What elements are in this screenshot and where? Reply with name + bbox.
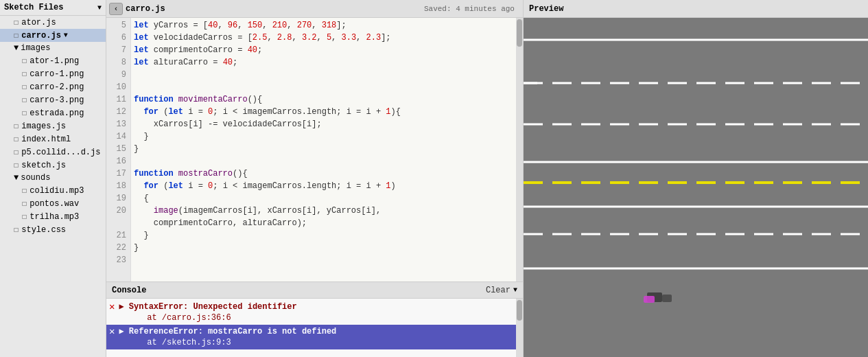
console-title: Console — [112, 286, 146, 295]
active-indicator: ▼ — [64, 32, 68, 39]
editor-back-button[interactable]: ‹ — [109, 3, 123, 15]
sidebar-item-ator1-png[interactable]: ☐ ator-1.png — [0, 54, 106, 67]
sidebar-item-style-css[interactable]: ☐ style.css — [0, 223, 106, 236]
console-scroll-thumb[interactable] — [517, 300, 522, 321]
sidebar-item-label: carro-1.png — [30, 69, 84, 79]
editor-scrollbar[interactable] — [516, 18, 523, 281]
sidebar-item-label: sketch.js — [21, 161, 66, 170]
console-content: ✕ ▶ SyntaxError: Unexpected identifier a… — [106, 299, 523, 357]
file-icon: ☐ — [14, 147, 19, 157]
file-icon: ☐ — [22, 198, 27, 209]
svg-rect-12 — [644, 296, 655, 303]
console-messages: ✕ ▶ SyntaxError: Unexpected identifier a… — [106, 299, 516, 357]
sidebar-item-label: pontos.wav — [30, 199, 79, 209]
file-icon: ☐ — [14, 160, 19, 170]
file-icon: ☐ — [22, 95, 27, 105]
road-preview — [524, 18, 868, 357]
console-error-1: ✕ ▶ SyntaxError: Unexpected identifier a… — [106, 300, 516, 325]
file-icon: ☐ — [22, 185, 27, 196]
folder-toggle-icon: ▼ — [14, 173, 19, 183]
sidebar-item-trilha-mp3[interactable]: ☐ trilha.mp3 — [0, 210, 106, 223]
sidebar-item-sounds-folder[interactable]: ▼ sounds — [0, 172, 106, 184]
preview-canvas — [524, 18, 868, 357]
sidebar-item-label: index.html — [21, 135, 71, 144]
sidebar-item-label: estrada.png — [30, 108, 84, 118]
file-icon: ☐ — [14, 121, 19, 131]
console-error-msg-2: ▶ ReferenceError: mostraCarro is not def… — [119, 326, 513, 348]
file-icon: ☐ — [14, 17, 19, 27]
sidebar-header: Sketch Files ▼ — [0, 0, 106, 16]
editor-filename: carro.js — [126, 4, 165, 14]
sidebar-item-carro-js[interactable]: ☐ carro.js ▼ — [0, 29, 106, 42]
sidebar-item-label: colidiu.mp3 — [30, 186, 84, 196]
sidebar-item-label: carro-3.png — [30, 95, 84, 105]
error-header-2: ▶ ReferenceError: mostraCarro is not def… — [119, 326, 513, 337]
error-icon-2: ✕ — [109, 326, 115, 337]
preview-toolbar: Preview — [524, 0, 868, 18]
line-numbers: 56789 1011121314 1516171819 20212223 — [106, 18, 131, 281]
sidebar-item-carro2-png[interactable]: ☐ carro-2.png — [0, 80, 106, 93]
sidebar-item-colidiu-mp3[interactable]: ☐ colidiu.mp3 — [0, 184, 106, 197]
sidebar: Sketch Files ▼ ☐ ator.js ☐ carro.js ▼ ▼ … — [0, 0, 106, 357]
sidebar-collapse-icon[interactable]: ▼ — [97, 4, 102, 12]
console-error-2: ✕ ▶ ReferenceError: mostraCarro is not d… — [106, 325, 516, 349]
sidebar-item-label: ator.js — [21, 18, 56, 27]
file-icon: ☐ — [22, 69, 27, 79]
console-clear-button[interactable]: Clear — [486, 286, 511, 295]
sidebar-item-estrada-png[interactable]: ☐ estrada.png — [0, 106, 106, 119]
code-editor[interactable]: 56789 1011121314 1516171819 20212223 let… — [106, 18, 523, 281]
sidebar-item-carro3-png[interactable]: ☐ carro-3.png — [0, 93, 106, 106]
sidebar-header-label: Sketch Files — [4, 3, 63, 12]
file-icon: ☐ — [14, 134, 19, 144]
editor-scroll-thumb[interactable] — [517, 19, 522, 47]
error-location-1: at /carro.js:36:6 — [119, 312, 513, 323]
preview-title: Preview — [529, 4, 563, 14]
sidebar-item-index-html[interactable]: ☐ index.html — [0, 133, 106, 146]
sidebar-item-label: style.css — [21, 225, 66, 235]
folder-toggle-icon: ▼ — [14, 43, 19, 53]
error-icon-1: ✕ — [109, 301, 115, 312]
sidebar-item-sketch-js[interactable]: ☐ sketch.js — [0, 159, 106, 172]
sidebar-item-images-folder[interactable]: ▼ images — [0, 42, 106, 54]
file-icon: ☐ — [22, 82, 27, 92]
file-icon: ☐ — [22, 108, 27, 118]
sidebar-item-images-js[interactable]: ☐ images.js — [0, 119, 106, 133]
sidebar-item-ator-js[interactable]: ☐ ator.js — [0, 16, 106, 29]
svg-rect-0 — [524, 18, 868, 357]
sidebar-item-label: carro.js — [21, 31, 61, 41]
preview-panel: Preview — [524, 0, 868, 357]
error-location-2: at /sketch.js:9:3 — [119, 337, 513, 348]
file-icon: ☐ — [22, 56, 27, 66]
error-header-1: ▶ SyntaxError: Unexpected identifier — [119, 301, 513, 312]
sidebar-item-label: carro-2.png — [30, 82, 84, 92]
sidebar-item-pontos-wav[interactable]: ☐ pontos.wav — [0, 197, 106, 210]
sidebar-item-label: p5.collid...d.js — [21, 148, 100, 157]
file-icon: ☐ — [14, 30, 19, 41]
console-toolbar: Console Clear ▼ — [106, 282, 523, 299]
editor-saved-status: Saved: 4 minutes ago — [424, 5, 520, 13]
console-error-msg-1: ▶ SyntaxError: Unexpected identifier at … — [119, 301, 513, 323]
sidebar-item-label: ator-1.png — [30, 56, 79, 66]
sidebar-item-label: images.js — [21, 122, 66, 131]
sidebar-item-label: images — [21, 43, 50, 53]
file-icon: ☐ — [14, 224, 19, 235]
svg-rect-11 — [662, 295, 672, 302]
console-panel: Console Clear ▼ ✕ ▶ SyntaxError: Unexpec… — [106, 281, 523, 357]
editor-panel: ‹ carro.js Saved: 4 minutes ago 56789 10… — [106, 0, 524, 357]
sidebar-item-label: trilha.mp3 — [30, 212, 79, 222]
code-content[interactable]: let yCarros = [40, 96, 150, 210, 270, 31… — [131, 18, 516, 281]
console-collapse-icon[interactable]: ▼ — [513, 286, 517, 294]
editor-toolbar: ‹ carro.js Saved: 4 minutes ago — [106, 0, 523, 18]
console-scrollbar[interactable] — [516, 299, 523, 357]
sidebar-item-p5-collidid-js[interactable]: ☐ p5.collid...d.js — [0, 146, 106, 159]
file-icon: ☐ — [22, 211, 27, 222]
sidebar-item-label: sounds — [21, 173, 50, 183]
sidebar-item-carro1-png[interactable]: ☐ carro-1.png — [0, 67, 106, 80]
